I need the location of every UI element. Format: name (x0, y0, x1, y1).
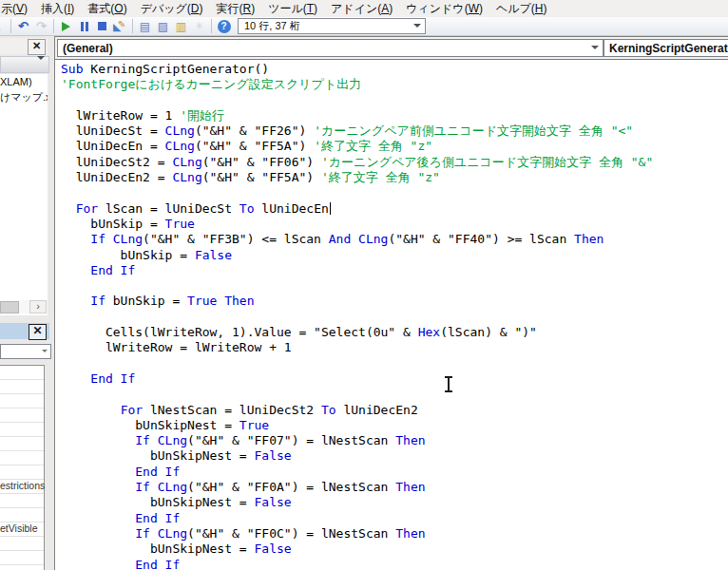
code-line: bUnSkip = True (61, 217, 728, 232)
object-combobox-value: (General) (63, 42, 113, 55)
code-window: (General) KerningScriptGenerator Sub Ker… (54, 36, 728, 570)
object-browser-icon[interactable]: ▥ (172, 19, 190, 34)
cursor-position-text: 10 行, 37 桁 (244, 19, 300, 33)
code-line (61, 93, 728, 108)
redo-icon: ↷ (36, 19, 47, 33)
tree-item[interactable]: XLAM) (0, 74, 48, 89)
property-row[interactable] (0, 508, 44, 522)
close-icon[interactable]: ✕ (28, 39, 46, 55)
menu-item-d[interactable]: デバッグ(D) (134, 0, 210, 19)
object-browser-icon: ▥ (176, 20, 186, 33)
toolbar-separator (53, 19, 54, 33)
chevron-down-icon (591, 46, 599, 49)
code-line: lWriteRow = lWriteRow + 1 (61, 340, 728, 355)
scroll-right-icon[interactable]: › (29, 300, 47, 314)
text-caret (330, 202, 332, 215)
code-line: lUniDecSt = CLng("&H" & "FF26") 'カーニングペア… (61, 124, 728, 139)
code-line: 'FontForgeにおけるカーニング設定スクリプト出力 (61, 77, 728, 92)
property-row[interactable] (0, 466, 44, 480)
code-line: Cells(lWriteRow, 1).Value = "Select(0u" … (61, 325, 728, 340)
code-line: If CLng("&H" & "FF0A") = lNestScan Then (61, 480, 728, 495)
project-explorer-toolbar[interactable] (0, 56, 49, 73)
toolbar-separator (211, 19, 212, 33)
object-combobox[interactable]: (General) (57, 39, 603, 57)
menu-item-i[interactable]: 挿入(I) (34, 0, 81, 19)
procedure-combobox-value: KerningScriptGenerator (609, 42, 728, 55)
code-line: For lNestScan = lUniDecSt2 To lUniDecEn2 (61, 403, 728, 418)
code-line: If CLng("&H" & "FF0C") = lNestScan Then (61, 526, 728, 542)
code-line: bUnSkip = False (61, 248, 728, 263)
code-line: bUnSkipNest = True (61, 418, 728, 433)
property-row[interactable] (0, 551, 44, 565)
property-row[interactable] (0, 423, 44, 437)
property-row[interactable]: etVisible (0, 522, 44, 537)
reset-icon[interactable] (93, 19, 111, 34)
mouse-ibeam-cursor (443, 376, 453, 392)
property-row[interactable] (0, 394, 44, 408)
horizontal-scrollbar[interactable]: › (0, 300, 48, 314)
procedure-combobox[interactable]: KerningScriptGenerator (603, 39, 728, 57)
property-row[interactable] (0, 408, 44, 423)
menu-item-w[interactable]: ウィンドウ(W) (399, 0, 489, 19)
menu-item-a[interactable]: アドイン(A) (324, 0, 399, 19)
code-line: bUnSkipNest = False (61, 495, 728, 510)
menu-item-t[interactable]: ツール(T) (261, 0, 324, 19)
scrollbar-thumb[interactable] (0, 301, 19, 314)
toolbox-icon: ✳ (195, 20, 203, 32)
run-icon[interactable] (57, 19, 75, 34)
toolbar-separator (132, 19, 133, 33)
project-explorer-icon[interactable]: ▤ (136, 19, 154, 34)
properties-window-icon[interactable]: ▨ (154, 19, 172, 34)
property-row[interactable]: estrictions (0, 480, 44, 494)
code-editor[interactable]: Sub KerningScriptGenerator()'FontForgeにお… (55, 59, 728, 570)
tree-item[interactable]: けマップ.xls (0, 89, 48, 104)
project-explorer-icon: ▤ (140, 20, 150, 33)
project-tree[interactable]: XLAM)けマップ.xls› (0, 74, 48, 315)
help-icon[interactable]: ? (215, 19, 233, 34)
code-line (61, 387, 728, 402)
clipped-icon[interactable]: A (0, 19, 8, 34)
code-line: bUnSkipNest = False (61, 542, 728, 557)
code-line: Sub KerningScriptGenerator() (61, 62, 728, 77)
left-docked-panes: ✕ XLAM)けマップ.xls› ✕ estrictionsetVisible (0, 36, 54, 570)
code-line: For lScan = lUniDecSt To lUniDecEn (61, 201, 728, 217)
code-line: lUniDecEn2 = CLng("&H" & "FF5A") '終了文字 全… (61, 170, 728, 185)
code-line (61, 310, 728, 325)
code-line: If CLng("&H" & "FF3B") <= lScan And CLng… (61, 232, 728, 247)
code-line: End If (61, 465, 728, 480)
menu-item-v[interactable]: 示(V) (0, 0, 34, 19)
chevron-down-icon (413, 24, 421, 28)
property-row[interactable] (0, 437, 44, 451)
code-line: End If (61, 263, 728, 278)
code-line (61, 278, 728, 294)
properties-grid[interactable]: estrictionsetVisible (0, 365, 45, 570)
position-indicator[interactable]: 10 行, 37 桁 (238, 18, 426, 34)
close-icon[interactable]: ✕ (29, 324, 47, 340)
code-line: End If (61, 371, 728, 387)
undo-icon[interactable]: ↶ (14, 19, 32, 34)
code-line: lUniDecEn = CLng("&H" & "FF5A") '終了文字 全角… (61, 139, 728, 154)
menu-item-h[interactable]: ヘルプ(H) (489, 0, 554, 19)
vbe-window: 示(V)挿入(I)書式(O)デバッグ(D)実行(R)ツール(T)アドイン(A)ウ… (0, 0, 728, 570)
code-line: lWriteRow = 1 '開始行 (61, 108, 728, 124)
property-row[interactable] (0, 451, 44, 466)
code-line: If CLng("&H" & "FF07") = lNestScan Then (61, 433, 728, 448)
break-icon[interactable] (75, 19, 93, 34)
properties-object-combobox[interactable] (0, 344, 51, 359)
code-line: End If (61, 511, 728, 526)
property-row[interactable] (0, 494, 44, 508)
property-row[interactable] (0, 537, 44, 551)
property-row[interactable] (0, 366, 44, 380)
code-line (61, 356, 728, 371)
design-mode-icon[interactable]: ◣✎ (111, 19, 129, 34)
code-line: If bUnSkip = True Then (61, 294, 728, 309)
undo-icon: ↶ (18, 19, 29, 33)
menu-item-r[interactable]: 実行(R) (210, 0, 262, 19)
property-row[interactable] (0, 565, 44, 570)
property-row[interactable] (0, 380, 44, 394)
menu-bar: 示(V)挿入(I)書式(O)デバッグ(D)実行(R)ツール(T)アドイン(A)ウ… (0, 0, 728, 17)
toolbar: A↶↷◣✎▤▨▥✳?10 行, 37 桁 (0, 17, 728, 36)
menu-item-o[interactable]: 書式(O) (81, 0, 133, 19)
code-line: bUnSkipNest = False (61, 448, 728, 464)
properties-window-icon: ▨ (158, 20, 168, 33)
